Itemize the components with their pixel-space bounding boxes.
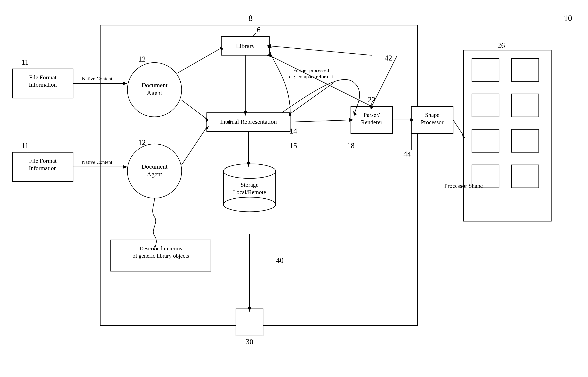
file-format-1-line2: Information bbox=[29, 81, 57, 88]
svg-rect-17 bbox=[472, 59, 499, 81]
svg-point-11 bbox=[223, 164, 276, 178]
svg-rect-25 bbox=[236, 309, 263, 336]
diagram-svg: 8 10 File Format Information 11 File For… bbox=[0, 0, 588, 377]
svg-rect-18 bbox=[512, 59, 539, 81]
label-42: 42 bbox=[385, 54, 392, 62]
diagram-container: 8 10 File Format Information 11 File For… bbox=[0, 0, 588, 377]
parser-renderer-line2: Renderer bbox=[361, 119, 382, 125]
storage-line1: Storage bbox=[241, 181, 258, 188]
label-8: 8 bbox=[248, 13, 253, 23]
label-44: 44 bbox=[404, 150, 411, 158]
file-format-2-line2: Information bbox=[29, 165, 57, 171]
svg-line-51 bbox=[372, 56, 397, 106]
svg-point-59 bbox=[228, 120, 231, 124]
svg-line-49 bbox=[290, 82, 334, 114]
label-12b: 12 bbox=[138, 138, 146, 147]
doc-agent-1-line2: Agent bbox=[147, 89, 162, 96]
svg-line-53 bbox=[269, 46, 372, 55]
native-content-2-label: Native Content bbox=[82, 159, 112, 165]
svg-line-35 bbox=[177, 48, 221, 73]
described-line2: of generic library objects bbox=[133, 253, 189, 259]
label-16: 16 bbox=[253, 26, 261, 34]
file-format-2-line1: File Format bbox=[29, 157, 57, 164]
svg-marker-30 bbox=[123, 165, 127, 169]
doc-agent-2-line1: Document bbox=[142, 163, 168, 170]
label-18: 18 bbox=[347, 141, 355, 150]
storage-line2: Local/Remote bbox=[233, 189, 266, 195]
label-15: 15 bbox=[290, 141, 297, 150]
svg-line-31 bbox=[182, 100, 207, 119]
svg-line-33 bbox=[182, 127, 207, 165]
svg-rect-16 bbox=[464, 50, 551, 221]
label-14: 14 bbox=[290, 127, 297, 135]
label-11a: 11 bbox=[22, 58, 29, 66]
svg-rect-21 bbox=[472, 129, 499, 152]
doc-agent-1-line1: Document bbox=[142, 82, 168, 88]
library-label: Library bbox=[236, 42, 255, 49]
doc-agent-2-line2: Agent bbox=[147, 171, 162, 177]
label-30: 30 bbox=[246, 338, 253, 346]
svg-marker-28 bbox=[123, 82, 127, 85]
label-22: 22 bbox=[368, 95, 375, 104]
parser-renderer-line1: Parser/ bbox=[364, 112, 380, 118]
label-10: 10 bbox=[564, 13, 572, 23]
further-processed-line2: e.g. compact reformat bbox=[289, 74, 333, 79]
svg-line-57 bbox=[269, 55, 372, 106]
svg-rect-20 bbox=[512, 94, 539, 117]
label-26: 26 bbox=[497, 41, 505, 50]
label-11b: 11 bbox=[22, 141, 29, 150]
svg-rect-19 bbox=[472, 94, 499, 117]
svg-rect-24 bbox=[512, 165, 539, 188]
label-40: 40 bbox=[276, 256, 283, 265]
svg-rect-22 bbox=[512, 129, 539, 152]
shape-processor-line1: Shape bbox=[425, 112, 439, 118]
svg-line-46 bbox=[453, 120, 464, 136]
svg-point-12 bbox=[223, 197, 276, 212]
label-12a: 12 bbox=[138, 55, 146, 63]
further-processed-line1: Further processed bbox=[293, 68, 329, 73]
shape-processor-line2: Processor bbox=[421, 119, 444, 125]
file-format-1-line1: File Format bbox=[29, 74, 57, 81]
svg-line-40 bbox=[290, 120, 351, 122]
native-content-1-label: Native Content bbox=[82, 76, 112, 81]
described-line1: Described in terms bbox=[139, 245, 182, 252]
